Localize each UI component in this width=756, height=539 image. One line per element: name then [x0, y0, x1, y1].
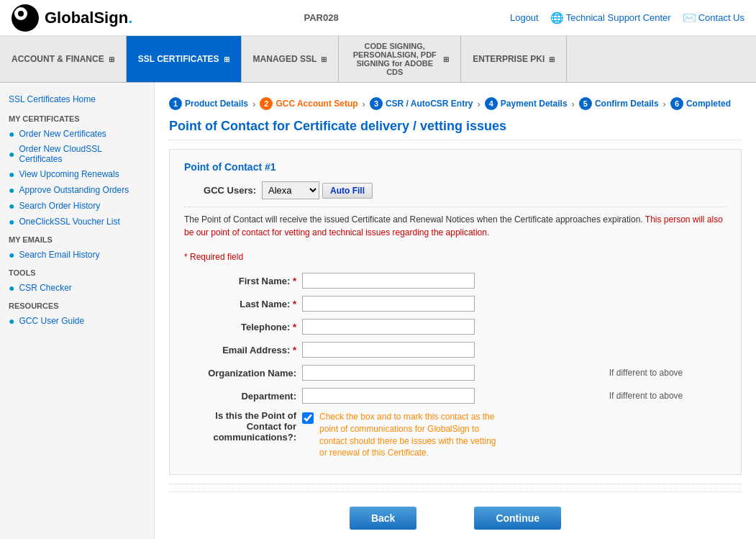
technical-support-link[interactable]: 🌐 Technical Support Center — [550, 12, 671, 24]
last-name-label: Last Name: * — [184, 292, 299, 315]
wizard-step-3: 3 CSR / AutoCSR Entry — [370, 97, 473, 110]
user-id: PAR028 — [304, 12, 339, 23]
first-name-input[interactable] — [302, 273, 475, 289]
first-name-note-cell — [606, 269, 727, 292]
required-star-2: * — [293, 299, 296, 309]
main-content: 1 Product Details › 2 GCC Account Setup … — [155, 83, 756, 539]
step-sep-3: › — [475, 99, 483, 109]
sidebar-csr-checker[interactable]: ● CSR Checker — [0, 280, 154, 296]
comm-label: Is this the Point of Contact for communi… — [184, 407, 299, 463]
sidebar-ssl-home[interactable]: SSL Certificates Home — [0, 90, 154, 109]
form-table: First Name: * Last Name: * — [184, 269, 727, 463]
sidebar-resources-title: RESOURCES — [0, 296, 154, 313]
step-num-4: 4 — [485, 97, 498, 110]
telephone-note-cell — [606, 315, 727, 338]
sidebar-order-cloudssl[interactable]: ● Order New CloudSSL Certificates — [0, 142, 154, 166]
sidebar-tools-title: TOOLS — [0, 263, 154, 280]
sidebar: SSL Certificates Home MY CERTIFICATES ● … — [0, 83, 155, 539]
sidebar-my-certificates-title: MY CERTIFICATES — [0, 109, 154, 126]
gcc-users-select[interactable]: Alexa — [262, 181, 319, 199]
tab-enterprise-pki[interactable]: ENTERPRISE PKI ⊞ — [461, 36, 567, 82]
contact-us-link[interactable]: ✉️ Contact Us — [683, 12, 744, 24]
header: GlobalSign. PAR028 Logout 🌐 Technical Su… — [0, 0, 756, 36]
step-label-2: GCC Account Setup — [275, 99, 357, 109]
sidebar-order-new-certs-link[interactable]: Order New Certificates — [19, 129, 106, 139]
sidebar-search-order-link[interactable]: Search Order History — [19, 201, 100, 211]
tab-managed-label: MANAGED SSL — [253, 54, 317, 64]
step-num-5: 5 — [579, 97, 592, 110]
sidebar-gcc-guide[interactable]: ● GCC User Guide — [0, 313, 154, 329]
tab-enterprise-icon: ⊞ — [549, 55, 555, 63]
bullet-icon: ● — [9, 148, 14, 160]
email-icon: ✉️ — [683, 12, 696, 24]
department-input[interactable] — [302, 388, 475, 404]
org-name-label: Organization Name: — [184, 361, 299, 384]
sidebar-csr-checker-link[interactable]: CSR Checker — [19, 283, 71, 293]
step-sep-4: › — [569, 99, 578, 109]
bullet-icon: ● — [9, 128, 14, 140]
first-name-cell — [299, 269, 606, 292]
required-note: * Required field — [184, 252, 727, 262]
logo-text: GlobalSign. — [45, 9, 132, 27]
required-star-1: * — [293, 276, 296, 286]
step-label-1: Product Details — [185, 99, 248, 109]
sidebar-view-renewals[interactable]: ● View Upcoming Renewals — [0, 166, 154, 182]
sidebar-approve-orders-link[interactable]: Approve Outstanding Orders — [19, 185, 129, 195]
required-star-3: * — [293, 322, 296, 332]
bullet-icon: ● — [9, 168, 14, 180]
last-name-input[interactable] — [302, 296, 475, 312]
required-star: * — [184, 252, 190, 262]
required-star-4: * — [293, 345, 296, 355]
back-button[interactable]: Back — [350, 507, 416, 530]
wizard-steps: 1 Product Details › 2 GCC Account Setup … — [169, 91, 742, 119]
autofill-button[interactable]: Auto Fill — [322, 183, 373, 199]
email-note-cell — [606, 338, 727, 361]
wizard-step-5: 5 Confirm Details — [579, 97, 659, 110]
header-links: Logout 🌐 Technical Support Center ✉️ Con… — [510, 12, 744, 24]
bullet-icon: ● — [9, 216, 14, 227]
main-layout: SSL Certificates Home MY CERTIFICATES ● … — [0, 83, 756, 539]
email-cell — [299, 338, 606, 361]
tab-account-finance-icon: ⊞ — [109, 55, 114, 63]
comm-checkbox[interactable] — [302, 412, 314, 424]
tab-code-signing-icon: ⊞ — [443, 55, 449, 63]
tab-ssl-icon: ⊞ — [224, 55, 229, 63]
bullet-icon: ● — [9, 200, 14, 212]
step-sep-1: › — [250, 99, 258, 109]
tab-code-signing[interactable]: CODE SIGNING, PERSONALSIGN, PDF SIGNING … — [339, 36, 461, 82]
bullet-icon: ● — [9, 184, 14, 196]
nav-tabs: ACCOUNT & FINANCE ⊞ SSL CERTIFICATES ⊞ M… — [0, 36, 756, 83]
tab-ssl-certificates[interactable]: SSL CERTIFICATES ⊞ — [127, 36, 242, 82]
logout-link[interactable]: Logout — [510, 12, 539, 23]
wizard-step-1: 1 Product Details — [169, 97, 248, 110]
sidebar-search-email-link[interactable]: Search Email History — [19, 250, 99, 260]
divider — [169, 484, 742, 484]
telephone-cell — [299, 315, 606, 338]
wizard-step-6: 6 Completed — [670, 97, 731, 110]
sidebar-order-cloudssl-link[interactable]: Order New CloudSSL Certificates — [19, 144, 145, 164]
tab-account-finance[interactable]: ACCOUNT & FINANCE ⊞ — [0, 36, 127, 82]
org-name-input[interactable] — [302, 365, 475, 381]
sidebar-search-order[interactable]: ● Search Order History — [0, 198, 154, 214]
tab-code-signing-label: CODE SIGNING, PERSONALSIGN, PDF SIGNING … — [350, 42, 439, 76]
step-sep-2: › — [360, 99, 368, 109]
step-num-2: 2 — [260, 97, 273, 110]
telephone-input[interactable] — [302, 319, 475, 335]
table-row: Email Address: * — [184, 338, 727, 361]
sidebar-gcc-guide-link[interactable]: GCC User Guide — [19, 316, 84, 326]
gcc-select-wrap: Alexa Auto Fill — [262, 181, 373, 199]
tab-managed-icon: ⊞ — [321, 55, 327, 63]
table-row: Is this the Point of Contact for communi… — [184, 407, 727, 463]
section-title: Point of Contact #1 — [184, 161, 727, 173]
bullet-icon: ● — [9, 315, 14, 327]
sidebar-oneclickssl[interactable]: ● OneClickSSL Voucher List — [0, 214, 154, 230]
email-input[interactable] — [302, 342, 475, 358]
continue-button[interactable]: Continue — [474, 507, 561, 530]
sidebar-order-new-certs[interactable]: ● Order New Certificates — [0, 126, 154, 142]
sidebar-view-renewals-link[interactable]: View Upcoming Renewals — [19, 169, 119, 179]
sidebar-oneclickssl-link[interactable]: OneClickSSL Voucher List — [19, 217, 119, 227]
step-label-6: Completed — [686, 99, 731, 109]
sidebar-approve-orders[interactable]: ● Approve Outstanding Orders — [0, 182, 154, 198]
tab-managed-ssl[interactable]: MANAGED SSL ⊞ — [242, 36, 340, 82]
sidebar-search-email[interactable]: ● Search Email History — [0, 247, 154, 263]
